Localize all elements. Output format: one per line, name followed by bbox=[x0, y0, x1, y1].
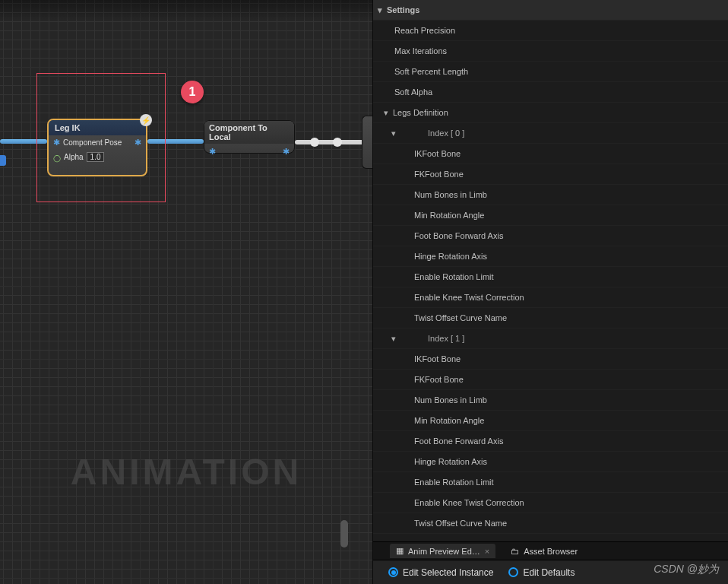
pose-pin-out-icon[interactable]: ✱ bbox=[283, 147, 290, 157]
radio-icon[interactable] bbox=[508, 567, 518, 577]
scrollbar-handle[interactable] bbox=[340, 520, 348, 548]
row-hinge: Hinge Rotation Axis None⌄ bbox=[373, 246, 728, 267]
row-hinge: Hinge Rotation Axis None⌄ bbox=[373, 452, 728, 472]
array-index-label: Index [ 0 ] bbox=[428, 129, 464, 138]
row-legs-definition: Legs Definition 2 Array elements ⊕ 🗑 bbox=[373, 103, 728, 123]
graph-shadow bbox=[0, 0, 372, 21]
tab-label: Anim Preview Ed… bbox=[408, 547, 480, 556]
row-twist: Twist Offset Curve Name bbox=[373, 308, 728, 328]
property-label: FKFoot Bone bbox=[414, 170, 464, 179]
callout-1: 1 bbox=[181, 81, 204, 103]
row-ikfoot: IKFoot Bone ik_foot_r⌄ bbox=[373, 349, 728, 370]
property-label: IKFoot Bone bbox=[414, 354, 461, 363]
caret-icon[interactable] bbox=[379, 108, 393, 118]
node-title: Component To Local bbox=[204, 121, 294, 144]
tab-anim-preview[interactable]: ▦ Anim Preview Ed… × bbox=[390, 544, 495, 558]
caret-icon[interactable] bbox=[387, 129, 400, 138]
row-enrot: Enable Rotation Limit bbox=[373, 267, 728, 287]
property-label: Soft Percent Length bbox=[373, 67, 468, 76]
property-label: Min Rotation Angle bbox=[414, 211, 484, 220]
category-settings[interactable]: Settings bbox=[373, 0, 728, 21]
tab-label: Asset Browser bbox=[524, 547, 578, 556]
property-label: Enable Knee Twist Correction bbox=[414, 498, 524, 507]
property-label: Enable Knee Twist Correction bbox=[414, 293, 524, 302]
row-ikfoot: IKFoot Bone ik_foot_l⌄ bbox=[373, 144, 728, 164]
property-label: Legs Definition bbox=[393, 108, 448, 117]
row-enrot: Enable Rotation Limit bbox=[373, 472, 728, 493]
row-fkfoot: FKFoot Bone foot_r⌄ bbox=[373, 370, 728, 390]
row-numbones: Num Bones in Limb bbox=[373, 390, 728, 411]
wire bbox=[295, 140, 372, 144]
tab-asset-browser[interactable]: 🗀 Asset Browser bbox=[505, 544, 584, 558]
row-array-index: Index [ 0 ] 9 members ⌄ bbox=[373, 123, 728, 144]
property-label: IKFoot Bone bbox=[414, 149, 461, 158]
row-fwd: Foot Bone Forward Axis Y⌄ bbox=[373, 226, 728, 246]
row-fkfoot: FKFoot Bone foot_l⌄ bbox=[373, 164, 728, 185]
row-array-index: Index [ 1 ] 9 members ⌄ bbox=[373, 328, 728, 349]
graph-watermark: ANIMATION bbox=[71, 451, 302, 493]
row-minrot: Min Rotation Angle bbox=[373, 205, 728, 226]
row-soft-alpha: Soft Alpha Bind▾ bbox=[373, 82, 728, 103]
details-panel: Settings Reach Precision Max Iterations … bbox=[372, 0, 728, 584]
category-label: Settings bbox=[387, 5, 419, 14]
row-fwd: Foot Bone Forward Axis Y⌄ bbox=[373, 431, 728, 452]
option-edit-defaults[interactable]: Edit Defaults bbox=[508, 567, 574, 578]
property-label: Max Iterations bbox=[373, 46, 447, 56]
folder-icon: 🗀 bbox=[511, 547, 519, 556]
property-label: Twist Offset Curve Name bbox=[414, 519, 507, 528]
pose-pin-icon[interactable]: ✱ bbox=[209, 147, 216, 157]
node-stub-left bbox=[0, 155, 6, 166]
property-label: Min Rotation Angle bbox=[414, 416, 484, 425]
row-knee: Enable Knee Twist Correction ✓ bbox=[373, 287, 728, 308]
row-max-iterations: Max Iterations bbox=[373, 41, 728, 62]
property-label: Hinge Rotation Axis bbox=[414, 457, 487, 466]
property-label: Twist Offset Curve Name bbox=[414, 313, 507, 322]
image-watermark: CSDN @妙为 bbox=[654, 563, 719, 576]
property-label: Reach Precision bbox=[373, 26, 455, 35]
property-label: Enable Rotation Limit bbox=[414, 478, 494, 487]
node-stub-right bbox=[362, 116, 372, 169]
close-icon[interactable]: × bbox=[485, 547, 489, 556]
row-knee: Enable Knee Twist Correction ✓ bbox=[373, 493, 728, 513]
option-edit-selected[interactable]: Edit Selected Instance bbox=[388, 567, 493, 578]
property-label: Num Bones in Limb bbox=[414, 190, 487, 199]
array-index-label: Index [ 1 ] bbox=[428, 334, 464, 343]
property-label: Num Bones in Limb bbox=[414, 395, 487, 405]
bottom-tabs: ▦ Anim Preview Ed… × 🗀 Asset Browser bbox=[373, 541, 728, 560]
row-minrot: Min Rotation Angle bbox=[373, 411, 728, 431]
row-soft-percent-length: Soft Percent Length Bind▾ bbox=[373, 62, 728, 82]
property-label: Foot Bone Forward Axis bbox=[414, 231, 503, 240]
property-label: FKFoot Bone bbox=[414, 375, 464, 384]
property-label: Hinge Rotation Axis bbox=[414, 252, 487, 261]
property-label: Soft Alpha bbox=[373, 87, 432, 97]
row-twist: Twist Offset Curve Name bbox=[373, 513, 728, 534]
tab-icon: ▦ bbox=[396, 546, 404, 556]
option-label: Edit Defaults bbox=[523, 567, 574, 578]
row-numbones: Num Bones in Limb bbox=[373, 185, 728, 205]
node-component-to-local[interactable]: Component To Local ✱✱ bbox=[204, 120, 295, 154]
property-label: Enable Rotation Limit bbox=[414, 272, 494, 281]
caret-icon[interactable] bbox=[387, 334, 400, 344]
annotation-box-1 bbox=[36, 73, 166, 202]
row-reach-precision: Reach Precision bbox=[373, 21, 728, 41]
option-label: Edit Selected Instance bbox=[403, 567, 493, 578]
caret-icon[interactable] bbox=[373, 5, 387, 15]
radio-icon[interactable] bbox=[388, 567, 398, 577]
property-label: Foot Bone Forward Axis bbox=[414, 436, 503, 446]
